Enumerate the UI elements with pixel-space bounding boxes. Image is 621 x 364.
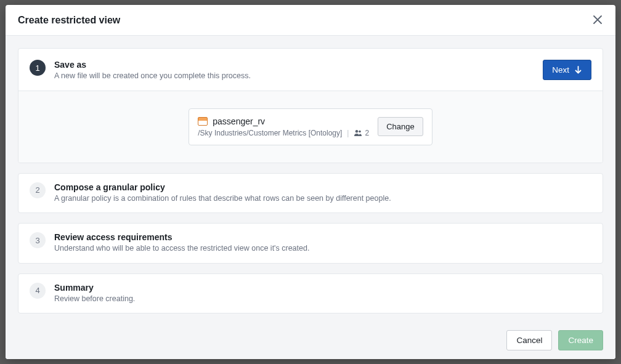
step-body: passenger_rv /Sky Industries/Customer Me… — [18, 91, 603, 163]
next-button[interactable]: Next — [543, 60, 591, 80]
step-head: 3 Review access requirements Understand … — [30, 232, 591, 254]
step-description: Review before creating. — [54, 294, 591, 305]
close-button[interactable] — [592, 14, 603, 27]
step-text: Summary Review before creating. — [54, 283, 591, 305]
dialog-header: Create restricted view — [6, 5, 615, 36]
step-review-access[interactable]: 3 Review access requirements Understand … — [18, 223, 603, 264]
file-card: passenger_rv /Sky Industries/Customer Me… — [189, 108, 432, 145]
step-number-badge: 1 — [30, 60, 46, 76]
dialog-title: Create restricted view — [18, 15, 120, 26]
step-title: Summary — [54, 283, 591, 293]
create-restricted-view-dialog: Create restricted view 1 Save as A new f… — [6, 5, 615, 359]
step-number-badge: 3 — [30, 232, 46, 248]
user-count: 2 — [365, 129, 369, 137]
dataset-icon — [198, 117, 208, 126]
step-head: 4 Summary Review before creating. — [30, 283, 591, 305]
step-description: Understand who will be able to access th… — [54, 243, 591, 254]
separator: | — [347, 129, 349, 137]
step-title: Compose a granular policy — [54, 182, 591, 192]
step-title: Save as — [54, 60, 251, 70]
step-title: Review access requirements — [54, 232, 591, 242]
svg-point-0 — [355, 130, 358, 132]
step-compose-policy[interactable]: 2 Compose a granular policy A granular p… — [18, 173, 603, 214]
step-number-badge: 2 — [30, 182, 46, 198]
svg-point-1 — [359, 130, 362, 132]
next-button-label: Next — [552, 65, 569, 75]
close-icon — [593, 15, 602, 24]
step-header: 1 Save as A new file will be created onc… — [18, 49, 603, 91]
file-path: /Sky Industries/Customer Metrics [Ontolo… — [198, 129, 342, 137]
people-meta: 2 — [354, 129, 369, 137]
file-meta: /Sky Industries/Customer Metrics [Ontolo… — [198, 129, 369, 137]
step-text: Review access requirements Understand wh… — [54, 232, 591, 254]
step-summary[interactable]: 4 Summary Review before creating. — [18, 273, 603, 314]
file-info: passenger_rv /Sky Industries/Customer Me… — [198, 116, 369, 137]
dialog-body: 1 Save as A new file will be created onc… — [6, 36, 615, 322]
step-save-as: 1 Save as A new file will be created onc… — [18, 48, 603, 163]
dialog-footer: Cancel Create — [6, 322, 615, 359]
create-button[interactable]: Create — [558, 330, 603, 350]
people-icon — [354, 129, 362, 137]
step-head: 1 Save as A new file will be created onc… — [30, 60, 251, 82]
file-name: passenger_rv — [213, 116, 265, 126]
step-text: Compose a granular policy A granular pol… — [54, 182, 591, 204]
step-head: 2 Compose a granular policy A granular p… — [30, 182, 591, 204]
file-name-row: passenger_rv — [198, 116, 369, 126]
change-button[interactable]: Change — [378, 117, 423, 136]
step-description: A new file will be created once you comp… — [54, 71, 251, 82]
step-number-badge: 4 — [30, 283, 46, 299]
step-text: Save as A new file will be created once … — [54, 60, 251, 82]
cancel-button[interactable]: Cancel — [506, 330, 552, 350]
arrow-down-icon — [574, 66, 582, 74]
step-description: A granular policy is a combination of ru… — [54, 193, 591, 204]
